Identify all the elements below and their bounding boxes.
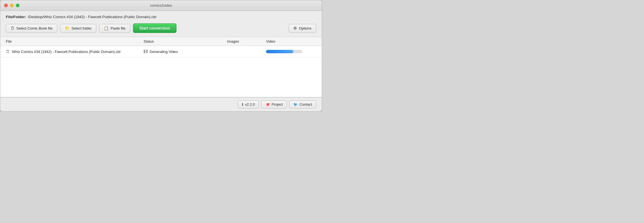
status-cell: 🎞 Generating Video xyxy=(144,49,227,54)
footer: ℹ v2.2.0 🐙 Project 🐦 Contact xyxy=(0,97,322,111)
paste-file-button[interactable]: 📋 Paste file xyxy=(99,24,130,33)
maximize-button[interactable] xyxy=(16,4,19,7)
contact-button[interactable]: 🐦 Contact xyxy=(289,100,316,108)
version-label: v2.2.0 xyxy=(245,102,255,106)
file-path-value: /Desktop/Whiz Comics #34 (1942) - Fawcet… xyxy=(28,15,157,19)
file-table: File Status Images Video 🗒 Whiz Comics #… xyxy=(0,37,322,97)
status-row-icon: 🎞 xyxy=(144,49,148,54)
paste-file-label: Paste file xyxy=(110,26,125,30)
info-icon: ℹ xyxy=(242,102,243,106)
header-images: Images xyxy=(227,39,266,43)
project-label: Project xyxy=(272,102,283,106)
header-video: Video xyxy=(266,39,316,43)
select-folder-button[interactable]: 📁 Select folder xyxy=(60,24,96,33)
file-name: Whiz Comics #34 (1942) - Fawcett Publica… xyxy=(12,50,121,54)
options-button[interactable]: ⚙ Options xyxy=(289,24,316,33)
contact-label: Contact xyxy=(299,102,312,106)
select-comic-button[interactable]: 🗒 Select Comic Book file xyxy=(6,24,57,33)
github-icon: 🐙 xyxy=(266,102,270,106)
select-folder-label: Select folder xyxy=(72,26,92,30)
traffic-lights xyxy=(4,4,19,7)
video-cell xyxy=(266,50,316,53)
options-label: Options xyxy=(299,26,311,30)
version-button[interactable]: ℹ v2.2.0 xyxy=(238,100,259,108)
table-header: File Status Images Video xyxy=(0,37,322,46)
status-text: Generating Video xyxy=(150,50,178,54)
progress-container xyxy=(266,50,302,53)
start-conversion-button[interactable]: Start conversion xyxy=(133,23,176,33)
gear-icon: ⚙ xyxy=(293,26,297,30)
main-content: File/Folder: /Desktop/Whiz Comics #34 (1… xyxy=(0,11,322,111)
twitter-icon: 🐦 xyxy=(293,102,298,106)
start-conversion-label: Start conversion xyxy=(139,26,170,30)
title-bar: comics2video xyxy=(0,0,322,11)
file-row-icon: 🗒 xyxy=(6,49,10,54)
project-button[interactable]: 🐙 Project xyxy=(261,100,287,108)
paste-icon: 📋 xyxy=(104,26,109,30)
window-title: comics2video xyxy=(150,3,172,8)
file-cell: 🗒 Whiz Comics #34 (1942) - Fawcett Publi… xyxy=(6,49,144,54)
file-folder-label: File/Folder: xyxy=(6,15,26,19)
file-info-bar: File/Folder: /Desktop/Whiz Comics #34 (1… xyxy=(0,11,322,22)
minimize-button[interactable] xyxy=(10,4,14,7)
app-window: comics2video File/Folder: /Desktop/Whiz … xyxy=(0,0,322,112)
header-file: File xyxy=(6,39,144,43)
toolbar: 🗒 Select Comic Book file 📁 Select folder… xyxy=(0,22,322,37)
table-row: 🗒 Whiz Comics #34 (1942) - Fawcett Publi… xyxy=(0,46,322,57)
header-status: Status xyxy=(144,39,227,43)
close-button[interactable] xyxy=(4,4,8,7)
comic-book-icon: 🗒 xyxy=(11,26,14,30)
select-comic-label: Select Comic Book file xyxy=(16,26,53,30)
folder-icon: 📁 xyxy=(65,26,70,30)
progress-bar xyxy=(266,50,293,53)
